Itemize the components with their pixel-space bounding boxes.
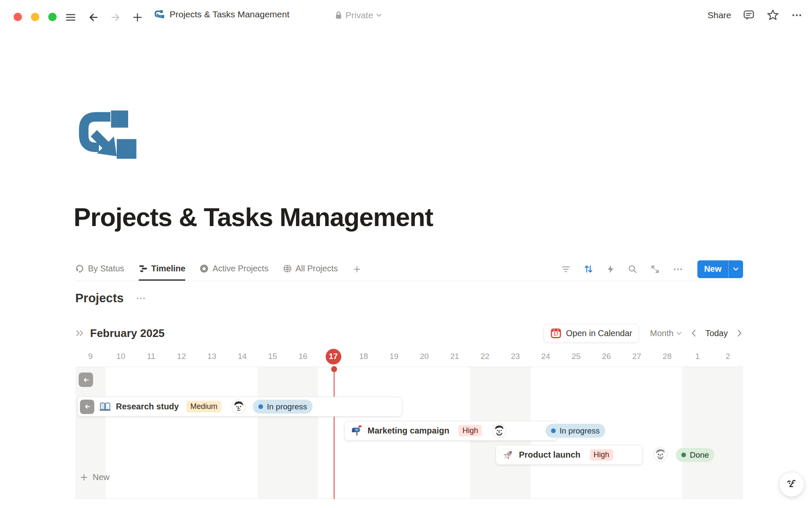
- tab-timeline[interactable]: Timeline: [139, 257, 186, 281]
- collection-title: Projects: [75, 291, 123, 305]
- timeline-new-row-button[interactable]: New: [80, 472, 110, 482]
- day-cell: 9: [75, 346, 106, 367]
- tab-label: Active Projects: [212, 264, 268, 273]
- timeline-prev-button[interactable]: [690, 329, 697, 337]
- day-cell: 26: [591, 346, 622, 367]
- mailbox-icon: [351, 425, 362, 436]
- notion-ai-button[interactable]: [779, 472, 804, 497]
- assignee-avatar: [493, 424, 506, 437]
- double-chevron-right-icon[interactable]: [75, 329, 85, 338]
- rocket-icon: [502, 449, 514, 461]
- weekend-shade: [682, 367, 713, 498]
- chevron-down-icon: [376, 14, 381, 17]
- lock-icon: [335, 11, 342, 19]
- forward-button[interactable]: [109, 11, 122, 24]
- timeline-bars-icon: [139, 264, 148, 273]
- new-entry-split-button: New: [697, 260, 743, 278]
- timeline-bar-research-study[interactable]: Research study Medium In progress: [77, 397, 402, 417]
- close-window-button[interactable]: [14, 13, 22, 21]
- minimize-window-button[interactable]: [31, 13, 39, 21]
- status-dot: [551, 428, 556, 433]
- fullscreen-window-button[interactable]: [48, 13, 57, 21]
- sort-icon: [583, 264, 594, 274]
- automations-button[interactable]: [606, 265, 615, 274]
- new-entry-dropdown-button[interactable]: [729, 260, 743, 278]
- weekend-shade: [713, 367, 743, 498]
- person-face-icon: [654, 448, 667, 461]
- day-cell: 13: [197, 346, 227, 367]
- privacy-label: Private: [346, 10, 373, 20]
- page-logo-large-icon: [74, 109, 139, 165]
- open-in-calendar-button[interactable]: 17 Open in Calendar: [543, 324, 639, 343]
- collection-options-icon[interactable]: [135, 293, 146, 304]
- new-page-button[interactable]: [131, 11, 144, 24]
- status-label: In progress: [267, 402, 307, 411]
- new-entry-button[interactable]: New: [697, 260, 728, 278]
- view-tabs: By Status Timeline Active Projects: [75, 257, 362, 281]
- status-pill: In progress: [546, 424, 605, 438]
- day-cell: 18: [348, 346, 379, 367]
- day-cell: 12: [166, 346, 197, 367]
- person-face-icon: [232, 400, 245, 413]
- search-view-button[interactable]: [628, 264, 638, 274]
- privacy-dropdown[interactable]: Private: [335, 10, 381, 20]
- timeline-today-button[interactable]: Today: [705, 329, 728, 338]
- more-options-button[interactable]: [791, 9, 803, 21]
- view-options-button[interactable]: [672, 264, 683, 275]
- timeline-bar-product-launch[interactable]: Product launch High: [496, 445, 643, 465]
- expand-icon: [650, 264, 660, 274]
- day-cell: 1: [682, 346, 713, 367]
- page-title: Projects & Tasks Management: [74, 202, 433, 232]
- day-cell: 22: [470, 346, 500, 367]
- tab-label: Timeline: [151, 264, 186, 273]
- priority-tag: Medium: [187, 401, 221, 412]
- back-button[interactable]: [87, 11, 100, 24]
- status-label: Done: [690, 450, 709, 460]
- day-cell: 17: [318, 346, 348, 367]
- page-logo-icon: [154, 10, 165, 19]
- tab-all-projects[interactable]: All Projects: [283, 257, 338, 281]
- timeline-grid: Research study Medium In progress: [75, 367, 743, 499]
- day-cell: 23: [500, 346, 531, 367]
- open-in-calendar-label: Open in Calendar: [566, 329, 632, 338]
- timeline-scale-dropdown[interactable]: Month: [650, 329, 682, 338]
- breadcrumb[interactable]: Projects & Tasks Management: [154, 9, 289, 19]
- expand-view-button[interactable]: [650, 264, 660, 274]
- sort-button[interactable]: [583, 264, 594, 274]
- comments-button[interactable]: [743, 9, 755, 21]
- weekend-shade: [258, 367, 288, 498]
- share-button[interactable]: Share: [708, 10, 731, 20]
- weekend-shade: [288, 367, 318, 498]
- status-dot: [258, 404, 263, 409]
- tab-label: By Status: [88, 264, 124, 273]
- ai-face-icon: [785, 477, 799, 491]
- day-cell: 27: [622, 346, 652, 367]
- day-cell: 2: [713, 346, 743, 367]
- filter-button[interactable]: [561, 264, 571, 274]
- page-icon[interactable]: [74, 109, 139, 165]
- day-cell: 16: [288, 346, 318, 367]
- view-tabs-row: By Status Timeline Active Projects: [75, 257, 743, 281]
- add-view-button[interactable]: [352, 265, 362, 274]
- forward-arrow-icon: [110, 11, 121, 23]
- priority-tag: High: [458, 425, 482, 436]
- tab-active-projects[interactable]: Active Projects: [200, 257, 268, 281]
- timeline-bar-marketing-campaign[interactable]: Marketing campaign High: [344, 421, 558, 441]
- tab-by-status[interactable]: By Status: [75, 257, 124, 281]
- sidebar-toggle-icon[interactable]: [64, 11, 77, 24]
- more-icon: [672, 264, 683, 275]
- assignee-avatar: [232, 400, 245, 413]
- timeline-next-button[interactable]: [736, 329, 743, 337]
- day-cell: 11: [136, 346, 167, 367]
- favorite-button[interactable]: [766, 8, 779, 22]
- status-pill: Done: [676, 448, 714, 462]
- back-arrow-icon: [88, 11, 99, 23]
- priority-tag: High: [590, 449, 613, 461]
- bar-title: Research study: [116, 402, 179, 411]
- today-date-bubble: 17: [326, 349, 341, 364]
- topbar-actions: Share: [708, 8, 803, 22]
- chevron-left-icon: [691, 329, 696, 337]
- bar-scroll-left-button[interactable]: [80, 400, 94, 414]
- day-cell: 21: [439, 346, 470, 367]
- timeline-bar-overflow-left-button[interactable]: [79, 373, 93, 387]
